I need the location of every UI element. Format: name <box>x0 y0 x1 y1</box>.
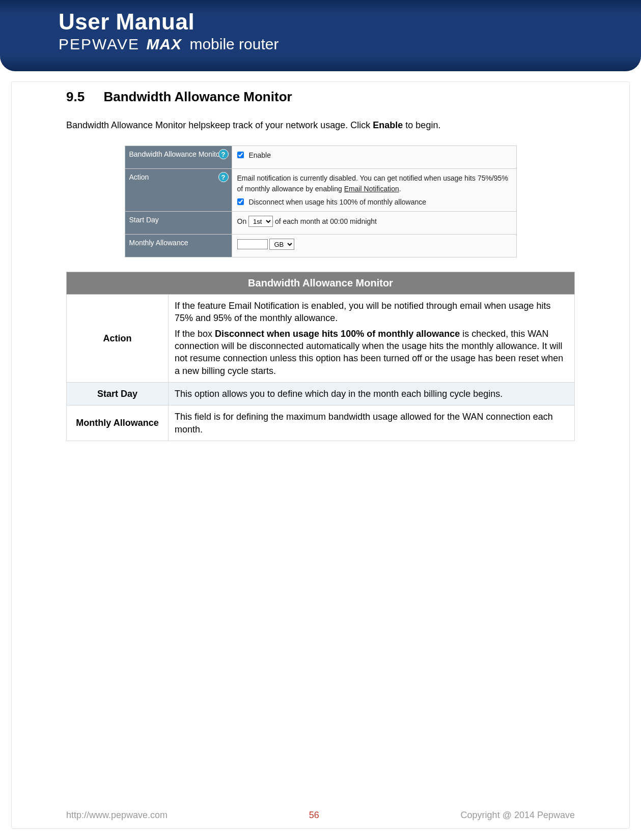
config-label-startday: Start Day <box>125 212 232 235</box>
section-title: Bandwidth Allowance Monitor <box>103 89 292 104</box>
page-header: User Manual PEPWAVE MAX mobile router <box>0 0 641 71</box>
startday-suffix: of each month at 00:00 midnight <box>275 217 377 225</box>
desc-row-startday: Start Day This option allows you to defi… <box>67 382 575 405</box>
help-icon[interactable]: ? <box>218 172 229 182</box>
desc-text-monthly: This field is for defining the maximum b… <box>169 405 575 441</box>
config-panel: Bandwidth Allowance Monitor ? Enable Act… <box>125 146 517 257</box>
enable-checkbox[interactable] <box>237 152 244 158</box>
config-label-startday-text: Start Day <box>129 216 159 224</box>
desc-row-monthly: Monthly Allowance This field is for defi… <box>67 405 575 441</box>
intro-text-pre: Bandwidth Allowance Monitor helpskeep tr… <box>66 120 373 130</box>
section-number: 9.5 <box>66 89 85 105</box>
footer-copyright: Copyright @ 2014 Pepwave <box>461 810 575 821</box>
header-brand: PEPWAVE <box>59 36 140 52</box>
config-row-monthly: Monthly Allowance GB <box>125 235 516 257</box>
disconnect-label: Disconnect when usage hits 100% of month… <box>248 198 426 206</box>
startday-prefix: On <box>237 217 247 225</box>
config-label-monthly-text: Monthly Allowance <box>129 239 188 247</box>
config-label-monitor: Bandwidth Allowance Monitor ? <box>125 146 232 169</box>
desc-text-action: If the feature Email Notification is ena… <box>169 295 575 383</box>
header-title: User Manual <box>59 9 641 35</box>
action-email-text-post: . <box>399 185 401 193</box>
description-table: Bandwidth Allowance Monitor Action If th… <box>66 272 575 441</box>
monthly-unit-select[interactable]: GB <box>269 239 294 250</box>
config-row-action: Action ? Email notification is currently… <box>125 169 516 212</box>
config-value-monitor: Enable <box>232 146 516 169</box>
intro-paragraph: Bandwidth Allowance Monitor helpskeep tr… <box>66 119 575 131</box>
desc-action-p1: If the feature Email Notification is ena… <box>175 300 568 325</box>
desc-label-monthly: Monthly Allowance <box>67 405 169 441</box>
page-content: 9.5 Bandwidth Allowance Monitor Bandwidt… <box>0 71 641 441</box>
intro-text-post: to begin. <box>403 120 440 130</box>
help-icon[interactable]: ? <box>218 149 229 159</box>
footer-page-number: 56 <box>309 810 319 821</box>
header-model: MAX <box>146 36 182 52</box>
config-value-monthly: GB <box>232 235 516 257</box>
config-label-action: Action ? <box>125 169 232 212</box>
config-label-monthly: Monthly Allowance <box>125 235 232 257</box>
desc-header-cell: Bandwidth Allowance Monitor <box>67 272 575 295</box>
config-row-startday: Start Day On 1st of each month at 00:00 … <box>125 212 516 235</box>
page-footer: http://www.pepwave.com 56 Copyright @ 20… <box>0 810 641 821</box>
config-label-monitor-text: Bandwidth Allowance Monitor <box>129 150 222 158</box>
email-notification-link[interactable]: Email Notification <box>344 185 399 193</box>
desc-text-startday: This option allows you to define which d… <box>169 382 575 405</box>
config-row-monitor: Bandwidth Allowance Monitor ? Enable <box>125 146 516 169</box>
desc-action-p2: If the box Disconnect when usage hits 10… <box>175 328 568 377</box>
footer-url: http://www.pepwave.com <box>66 810 168 821</box>
header-product: mobile router <box>189 36 278 52</box>
desc-action-p2-bold: Disconnect when usage hits 100% of month… <box>215 329 460 339</box>
monthly-allowance-input[interactable] <box>237 239 268 249</box>
config-value-action: Email notification is currently disabled… <box>232 169 516 212</box>
desc-action-p2-pre: If the box <box>175 329 215 339</box>
config-value-startday: On 1st of each month at 00:00 midnight <box>232 212 516 235</box>
desc-header-row: Bandwidth Allowance Monitor <box>67 272 575 295</box>
desc-row-action: Action If the feature Email Notification… <box>67 295 575 383</box>
disconnect-checkbox[interactable] <box>237 198 244 205</box>
desc-label-startday: Start Day <box>67 382 169 405</box>
disconnect-row: Disconnect when usage hits 100% of month… <box>237 197 511 207</box>
section-heading: 9.5 Bandwidth Allowance Monitor <box>66 89 575 105</box>
config-label-action-text: Action <box>129 173 149 181</box>
enable-label: Enable <box>248 151 271 159</box>
header-subtitle: PEPWAVE MAX mobile router <box>59 36 641 53</box>
intro-enable-word: Enable <box>373 120 403 130</box>
startday-select[interactable]: 1st <box>248 216 273 227</box>
desc-label-action: Action <box>67 295 169 383</box>
